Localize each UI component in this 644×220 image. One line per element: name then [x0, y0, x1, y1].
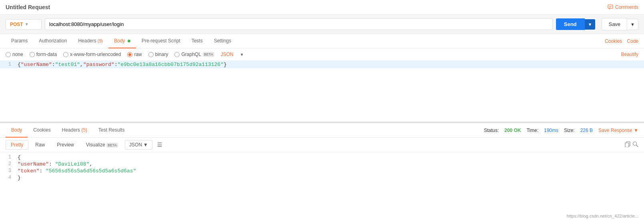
fmt-tab-preview[interactable]: Preview	[52, 140, 79, 150]
tab-authorization[interactable]: Authorization	[33, 34, 72, 48]
radio-none	[6, 52, 11, 57]
comments-label: Comments	[615, 4, 638, 10]
wrap-icon[interactable]: ☰	[157, 142, 162, 148]
response-section: Body Cookies Headers (5) Test Results St…	[0, 123, 644, 192]
svg-rect-4	[625, 143, 629, 147]
graphql-beta-badge: BETA	[203, 52, 214, 57]
method-select[interactable]: POST ▼	[6, 19, 42, 30]
resp-line-2: 2 "userName": "DaviLei08",	[0, 161, 644, 168]
send-btn-group: Send ▼	[556, 18, 596, 30]
radio-binary	[148, 52, 154, 57]
svg-line-6	[636, 145, 638, 147]
resp-line-content-4: }	[16, 175, 644, 181]
line-content-1: {"userName":"test01","password":"e9bc0e1…	[16, 62, 644, 68]
size-label: Size:	[564, 128, 575, 133]
tab-pre-request-script[interactable]: Pre-request Script	[136, 34, 186, 48]
url-bar: POST ▼ Send ▼ Save ▼	[0, 15, 644, 34]
resp-line-num-4: 4	[0, 175, 16, 180]
send-button[interactable]: Send	[556, 18, 585, 30]
tab-tests[interactable]: Tests	[186, 34, 208, 48]
option-x-www-form-urlencoded[interactable]: x-www-form-urlencoded	[63, 52, 121, 57]
format-dropdown-arrow: ▼	[143, 142, 148, 148]
body-options: none form-data x-www-form-urlencoded raw…	[0, 48, 644, 61]
url-input[interactable]	[45, 18, 553, 30]
response-status-bar: Status: 200 OK Time: 190ms Size: 226 B S…	[484, 128, 638, 133]
resp-tab-test-results[interactable]: Test Results	[93, 123, 130, 138]
time-value: 190ms	[544, 128, 558, 133]
option-graphql[interactable]: GraphQL BETA	[174, 52, 214, 57]
comments-button[interactable]: Comments	[608, 4, 638, 10]
right-links: Cookies Code	[605, 38, 638, 44]
save-btn-group: Save ▼	[602, 18, 638, 30]
fmt-tab-pretty[interactable]: Pretty	[6, 140, 28, 150]
code-link[interactable]: Code	[627, 38, 638, 44]
request-tabs: Params Authorization Headers (9) Body Pr…	[0, 34, 644, 48]
tab-settings[interactable]: Settings	[208, 34, 237, 48]
resp-line-4: 4 }	[0, 174, 644, 181]
resp-line-3: 3 "token": "5656sd56s5a6d56s5d5a6s5d6as"	[0, 168, 644, 174]
method-dropdown-arrow: ▼	[25, 22, 29, 26]
response-tabs: Body Cookies Headers (5) Test Results St…	[0, 123, 644, 138]
line-num-1: 1	[0, 62, 16, 67]
status-label: Status:	[484, 128, 499, 133]
code-line-1: 1 {"userName":"test01","password":"e9bc0…	[0, 61, 644, 68]
beautify-button[interactable]: Beautify	[621, 52, 638, 57]
body-format-label: JSON	[221, 52, 234, 57]
body-format-dropdown[interactable]: ▼	[240, 52, 244, 57]
response-format-bar: Pretty Raw Preview Visualize BETA JSON ▼…	[0, 138, 644, 152]
method-value: POST	[10, 22, 23, 27]
option-none[interactable]: none	[6, 52, 23, 57]
comments-icon	[608, 4, 613, 10]
copy-icon[interactable]	[625, 141, 631, 148]
status-value: 200 OK	[504, 128, 521, 133]
resp-line-num-2: 2	[0, 161, 16, 167]
time-label: Time:	[526, 128, 538, 133]
radio-graphql	[174, 52, 180, 57]
body-active-dot	[128, 40, 130, 42]
resp-line-content-3: "token": "5656sd56s5a6d56s5d5a6s5d6as"	[16, 168, 644, 174]
option-form-data[interactable]: form-data	[30, 52, 57, 57]
resp-line-1: 1 {	[0, 154, 644, 161]
save-dropdown-button[interactable]: ▼	[627, 19, 638, 30]
save-response-button[interactable]: Save Response ▼	[598, 128, 638, 133]
resp-tab-headers[interactable]: Headers (5)	[56, 123, 93, 138]
resp-line-content-2: "userName": "DaviLei08",	[16, 161, 644, 167]
cookies-link[interactable]: Cookies	[605, 38, 622, 44]
radio-form-data	[30, 52, 35, 57]
request-body-editor[interactable]: 1 {"userName":"test01","password":"e9bc0…	[0, 61, 644, 123]
option-raw[interactable]: raw	[127, 52, 142, 57]
fmt-tab-raw[interactable]: Raw	[30, 140, 50, 150]
resp-line-num-1: 1	[0, 154, 16, 160]
resp-line-content-1: {	[16, 154, 644, 160]
search-icon[interactable]	[632, 141, 638, 148]
resp-tab-cookies[interactable]: Cookies	[28, 123, 56, 138]
response-body: 1 { 2 "userName": "DaviLei08", 3 "token"…	[0, 152, 644, 192]
tab-body[interactable]: Body	[108, 34, 136, 48]
radio-raw	[127, 52, 132, 57]
top-bar: Untitled Request Comments	[0, 0, 644, 15]
window-title: Untitled Request	[6, 4, 608, 10]
tab-headers[interactable]: Headers (9)	[72, 34, 108, 48]
save-button[interactable]: Save	[602, 18, 627, 30]
size-value: 226 B	[580, 128, 593, 133]
option-binary[interactable]: binary	[148, 52, 168, 57]
response-format-dropdown[interactable]: JSON ▼	[125, 140, 152, 150]
resp-tab-body[interactable]: Body	[6, 123, 28, 138]
send-dropdown-button[interactable]: ▼	[585, 19, 596, 30]
resp-line-num-3: 3	[0, 168, 16, 174]
radio-x-www	[63, 52, 68, 57]
tab-params[interactable]: Params	[6, 34, 33, 48]
fmt-tab-visualize[interactable]: Visualize BETA	[81, 140, 123, 150]
visualize-beta-badge: BETA	[106, 143, 118, 148]
